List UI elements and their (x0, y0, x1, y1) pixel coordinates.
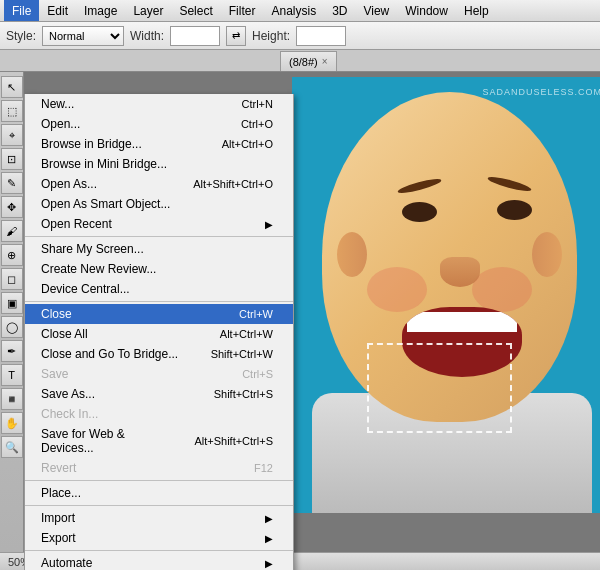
separator-2 (25, 301, 293, 302)
move-tool[interactable]: ↖ (1, 76, 23, 98)
selection-tool[interactable]: ⬚ (1, 100, 23, 122)
style-select[interactable]: Normal Fixed Ratio Fixed Size (42, 26, 124, 46)
menu-item-browse-mini[interactable]: Browse in Mini Bridge... (25, 154, 293, 174)
menu-item-import[interactable]: Import ▶ (25, 508, 293, 528)
menu-item-open-recent[interactable]: Open Recent ▶ (25, 214, 293, 234)
menu-item-new[interactable]: New... Ctrl+N (25, 94, 293, 114)
separator-4 (25, 505, 293, 506)
menu-item-new-review[interactable]: Create New Review... (25, 259, 293, 279)
menu-shortcut-save-as: Shift+Ctrl+S (214, 388, 273, 400)
menu-label-close: Close (41, 307, 72, 321)
eraser-tool[interactable]: ◻ (1, 268, 23, 290)
separator-5 (25, 550, 293, 551)
menu-3d[interactable]: 3D (324, 0, 355, 21)
menu-item-save-web[interactable]: Save for Web & Devices... Alt+Shift+Ctrl… (25, 424, 293, 458)
menu-shortcut-open-as: Alt+Shift+Ctrl+O (193, 178, 273, 190)
menu-shortcut-open: Ctrl+O (241, 118, 273, 130)
tab-close-button[interactable]: × (322, 56, 328, 67)
tools-panel: ↖ ⬚ ⌖ ⊡ ✎ ✥ 🖌 ⊕ ◻ ▣ ◯ ✒ T ◾ ✋ 🔍 (0, 72, 24, 570)
menu-item-save-as[interactable]: Save As... Shift+Ctrl+S (25, 384, 293, 404)
menu-shortcut-save-web: Alt+Shift+Ctrl+S (194, 435, 273, 447)
selection-marquee (367, 343, 512, 433)
hand-tool[interactable]: ✋ (1, 412, 23, 434)
zoom-tool[interactable]: 🔍 (1, 436, 23, 458)
brush-tool[interactable]: 🖌 (1, 220, 23, 242)
separator-3 (25, 480, 293, 481)
menu-label-revert: Revert (41, 461, 76, 475)
menu-label-open-as: Open As... (41, 177, 97, 191)
text-tool[interactable]: T (1, 364, 23, 386)
menubar: File Edit Image Layer Select Filter Anal… (0, 0, 600, 22)
menu-item-save[interactable]: Save Ctrl+S (25, 364, 293, 384)
menu-item-open-as[interactable]: Open As... Alt+Shift+Ctrl+O (25, 174, 293, 194)
menu-item-device-central[interactable]: Device Central... (25, 279, 293, 299)
menu-shortcut-close-all: Alt+Ctrl+W (220, 328, 273, 340)
menu-label-automate: Automate (41, 556, 92, 570)
menu-item-close[interactable]: Close Ctrl+W (25, 304, 293, 324)
menu-filter[interactable]: Filter (221, 0, 264, 21)
submenu-arrow-import: ▶ (265, 513, 273, 524)
submenu-arrow-open-recent: ▶ (265, 219, 273, 230)
menu-file[interactable]: File (4, 0, 39, 21)
crop-tool[interactable]: ⊡ (1, 148, 23, 170)
menu-analysis[interactable]: Analysis (263, 0, 324, 21)
menu-item-browse-bridge[interactable]: Browse in Bridge... Alt+Ctrl+O (25, 134, 293, 154)
height-input[interactable] (296, 26, 346, 46)
menu-shortcut-close-bridge: Shift+Ctrl+W (211, 348, 273, 360)
menu-label-open-recent: Open Recent (41, 217, 112, 231)
menu-label-save: Save (41, 367, 68, 381)
menu-item-check-in[interactable]: Check In... (25, 404, 293, 424)
baby-eyebrow-left (397, 176, 443, 195)
baby-ear-left (337, 232, 367, 277)
lasso-tool[interactable]: ⌖ (1, 124, 23, 146)
menu-window[interactable]: Window (397, 0, 456, 21)
menu-label-save-web: Save for Web & Devices... (41, 427, 174, 455)
menu-label-browse-mini: Browse in Mini Bridge... (41, 157, 167, 171)
menu-label-new: New... (41, 97, 74, 111)
width-input[interactable] (170, 26, 220, 46)
menu-shortcut-browse-bridge: Alt+Ctrl+O (222, 138, 273, 150)
menu-item-close-all[interactable]: Close All Alt+Ctrl+W (25, 324, 293, 344)
menu-item-revert[interactable]: Revert F12 (25, 458, 293, 478)
watermark: SADANDUSELESS.COM (482, 87, 600, 97)
menu-edit[interactable]: Edit (39, 0, 76, 21)
height-label: Height: (252, 29, 290, 43)
dodge-tool[interactable]: ◯ (1, 316, 23, 338)
menu-label-open: Open... (41, 117, 80, 131)
menu-image[interactable]: Image (76, 0, 125, 21)
eyedropper-tool[interactable]: ✎ (1, 172, 23, 194)
pen-tool[interactable]: ✒ (1, 340, 23, 362)
menu-item-place[interactable]: Place... (25, 483, 293, 503)
clone-tool[interactable]: ⊕ (1, 244, 23, 266)
width-label: Width: (130, 29, 164, 43)
menu-label-open-smart: Open As Smart Object... (41, 197, 170, 211)
baby-teeth (407, 312, 517, 332)
menu-item-export[interactable]: Export ▶ (25, 528, 293, 548)
menu-item-open-smart[interactable]: Open As Smart Object... (25, 194, 293, 214)
swap-dimensions-button[interactable]: ⇄ (226, 26, 246, 46)
menu-view[interactable]: View (355, 0, 397, 21)
menu-help[interactable]: Help (456, 0, 497, 21)
baby-nose (440, 257, 480, 287)
menu-item-automate[interactable]: Automate ▶ (25, 553, 293, 570)
baby-ear-right (532, 232, 562, 277)
heal-tool[interactable]: ✥ (1, 196, 23, 218)
menu-label-device-central: Device Central... (41, 282, 130, 296)
shape-tool[interactable]: ◾ (1, 388, 23, 410)
separator-1 (25, 236, 293, 237)
menu-select[interactable]: Select (171, 0, 220, 21)
menu-item-share-screen[interactable]: Share My Screen... (25, 239, 293, 259)
submenu-arrow-automate: ▶ (265, 558, 273, 569)
menu-item-close-bridge[interactable]: Close and Go To Bridge... Shift+Ctrl+W (25, 344, 293, 364)
menu-label-new-review: Create New Review... (41, 262, 156, 276)
menu-layer[interactable]: Layer (125, 0, 171, 21)
menu-label-close-all: Close All (41, 327, 88, 341)
gradient-tool[interactable]: ▣ (1, 292, 23, 314)
options-bar: Style: Normal Fixed Ratio Fixed Size Wid… (0, 22, 600, 50)
menu-label-browse-bridge: Browse in Bridge... (41, 137, 142, 151)
main-content: ↖ ⬚ ⌖ ⊡ ✎ ✥ 🖌 ⊕ ◻ ▣ ◯ ✒ T ◾ ✋ 🔍 (0, 72, 600, 570)
tab-label: (8/8#) (289, 56, 318, 68)
menu-label-share-screen: Share My Screen... (41, 242, 144, 256)
document-tab[interactable]: (8/8#) × (280, 51, 337, 71)
menu-item-open[interactable]: Open... Ctrl+O (25, 114, 293, 134)
